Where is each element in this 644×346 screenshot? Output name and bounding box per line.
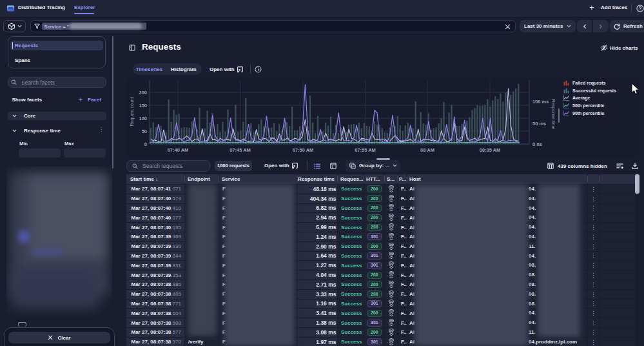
svg-text:100 ms: 100 ms: [532, 99, 549, 105]
svg-text:08 AM: 08 AM: [420, 147, 434, 153]
svg-text:0 ns: 0 ns: [532, 141, 542, 147]
svg-text:07:45 AM: 07:45 AM: [229, 147, 251, 153]
svg-text:50 ms: 50 ms: [532, 121, 546, 127]
svg-text:150: 150: [139, 103, 147, 108]
svg-text:08:05 AM: 08:05 AM: [480, 147, 501, 153]
svg-text:100: 100: [139, 116, 147, 121]
svg-text:07:40 AM: 07:40 AM: [168, 147, 189, 153]
svg-text:07:55 AM: 07:55 AM: [355, 147, 376, 153]
svg-text:50: 50: [142, 128, 147, 134]
svg-text:200: 200: [139, 90, 147, 96]
svg-text:0: 0: [144, 141, 147, 147]
svg-text:Request count: Request count: [130, 97, 135, 126]
svg-text:07:50 AM: 07:50 AM: [293, 147, 314, 153]
svg-text:Response time: Response time: [551, 99, 556, 130]
